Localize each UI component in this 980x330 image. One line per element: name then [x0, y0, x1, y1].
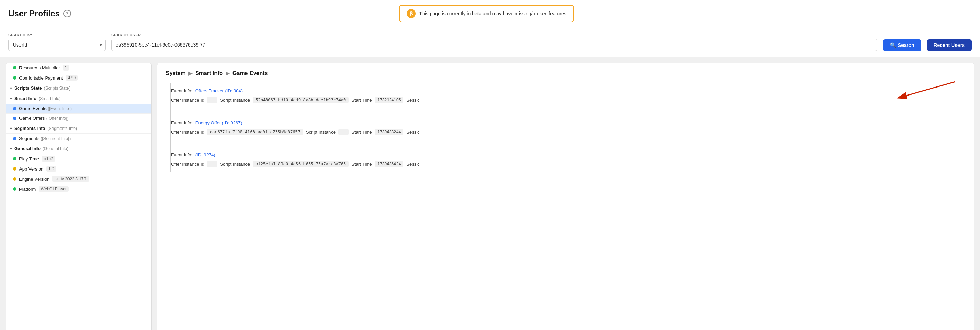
list-item-game-events[interactable]: Game Events ([Event Info]) — [6, 104, 151, 114]
search-button[interactable]: 🔍 Search — [883, 39, 921, 51]
main-content: Resources Multiplier 1 Comfortable Payme… — [0, 57, 980, 330]
script-instance-value: 52b43063-bdf0-4ad9-8a8b-dee1b93c74a0 — [253, 97, 348, 103]
event-block-3: Event Info: (ID: 9274) Offer Instance Id… — [171, 147, 966, 172]
script-instance-label: Script Instance — [220, 162, 250, 167]
offer-instance-id-value — [207, 161, 217, 167]
event-link-2[interactable]: Energy Offer (ID: 9267) — [195, 120, 242, 125]
section-scripts-state[interactable]: ▾ Scripts State (Scripts State) — [6, 83, 151, 94]
script-instance-label: Script Instance — [306, 130, 336, 135]
status-dot-blue — [13, 117, 16, 120]
event-block-2: Event Info: Energy Offer (ID: 9267) Offe… — [171, 115, 966, 140]
beta-message: This page is currently in beta and may h… — [419, 11, 566, 16]
list-item-app-version[interactable]: App Version 1.0 — [6, 164, 151, 174]
chevron-down-icon: ▾ — [10, 126, 12, 131]
start-time-value: 1732124105 — [375, 97, 404, 103]
section-sub-name: (Segments Info) — [48, 126, 77, 131]
help-icon[interactable]: ? — [63, 10, 71, 17]
beta-icon: β — [407, 9, 416, 18]
list-item-platform[interactable]: Platform WebGLPlayer — [6, 184, 151, 194]
list-item-engine-version[interactable]: Engine Version Unity 2022.3.17f1 — [6, 174, 151, 184]
search-user-label: SEARCH USER — [111, 33, 878, 37]
section-main-name: Smart Info — [14, 96, 37, 101]
search-by-select-wrapper: UserId Email Username ▾ — [8, 38, 106, 51]
search-bar: SEARCH BY UserId Email Username ▾ SEARCH… — [0, 27, 980, 57]
section-segments-info[interactable]: ▾ Segments Info (Segments Info) — [6, 123, 151, 134]
section-main-name: Segments Info — [14, 126, 46, 131]
section-smart-info[interactable]: ▾ Smart Info (Smart Info) — [6, 94, 151, 104]
section-sub-name: (Smart Info) — [38, 96, 60, 101]
event-info-row-3: Event Info: (ID: 9274) — [171, 152, 966, 157]
item-value: WebGLPlayer — [38, 186, 68, 192]
start-time-label: Start Time — [352, 162, 372, 167]
item-value: Unity 2022.3.17f1 — [52, 176, 89, 182]
list-item[interactable]: Resources Multiplier 1 — [6, 63, 151, 73]
recent-users-button[interactable]: Recent Users — [927, 39, 972, 51]
search-by-select[interactable]: UserId Email Username — [8, 38, 106, 51]
detail-row-1: Offer Instance Id Script Instance 52b430… — [171, 97, 966, 103]
item-name: Comfortable Payment — [19, 75, 63, 81]
item-name: Platform — [19, 187, 36, 192]
item-name: Play Time — [19, 156, 39, 162]
list-item[interactable]: Comfortable Payment 4.99 — [6, 73, 151, 83]
event-label: Event Info: — [171, 120, 192, 125]
search-button-label: Search — [898, 42, 914, 48]
event-block-1: Event Info: Offers Tracker (ID: 904) Off… — [171, 83, 966, 108]
section-general-info[interactable]: ▾ General Info (General Info) — [6, 143, 151, 154]
search-user-group: SEARCH USER — [111, 33, 878, 51]
status-dot-green — [13, 66, 16, 70]
header-left: User Profiles ? — [8, 9, 71, 18]
detail-row-3: Offer Instance Id Script Instance af25ef… — [171, 161, 966, 167]
chevron-down-icon: ▾ — [10, 96, 12, 101]
breadcrumb-part-1: System — [166, 70, 186, 76]
item-name: Game Events ([Event Info]) — [19, 106, 72, 111]
status-dot-green — [13, 76, 16, 79]
offer-instance-id-label: Offer Instance Id — [171, 98, 204, 103]
events-container: Event Info: Offers Tracker (ID: 904) Off… — [170, 83, 966, 172]
search-by-group: SEARCH BY UserId Email Username ▾ — [8, 33, 106, 51]
event-info-row-1: Event Info: Offers Tracker (ID: 904) — [171, 88, 966, 94]
status-dot-blue — [13, 137, 16, 140]
script-instance-value: af25efa1-89e0-4a56-b655-75a7acc8a765 — [253, 161, 348, 167]
start-time-value: 1739433244 — [375, 129, 404, 135]
item-name: Segments ([Segment Info]) — [19, 136, 70, 141]
offer-instance-id-value — [207, 97, 217, 103]
breadcrumb: System ▶ Smart Info ▶ Game Events — [166, 70, 966, 76]
item-value: 4.99 — [66, 75, 78, 81]
offer-instance-id-label: Offer Instance Id — [171, 162, 204, 167]
search-by-label: SEARCH BY — [8, 33, 106, 37]
event-label: Event Info: — [171, 152, 192, 157]
status-dot-yellow — [13, 177, 16, 181]
status-dot-green — [13, 187, 16, 191]
breadcrumb-separator: ▶ — [226, 70, 230, 76]
search-user-input[interactable] — [111, 38, 878, 51]
left-panel: Resources Multiplier 1 Comfortable Payme… — [6, 62, 151, 330]
start-time-label: Start Time — [352, 98, 372, 103]
session-label: Sessic — [406, 98, 420, 103]
status-dot-yellow — [13, 167, 16, 171]
list-item-segments[interactable]: Segments ([Segment Info]) — [6, 134, 151, 143]
breadcrumb-separator: ▶ — [188, 70, 192, 76]
script-instance-label: Script Instance — [220, 98, 250, 103]
start-time-value: 1739436424 — [375, 161, 404, 167]
item-value: 1.0 — [46, 166, 56, 171]
search-icon: 🔍 — [890, 42, 896, 48]
recent-users-button-label: Recent Users — [934, 42, 965, 48]
detail-row-2: Offer Instance Id eac677fa-7f90-4163-aa0… — [171, 129, 966, 135]
item-name: Resources Multiplier — [19, 65, 60, 70]
session-label: Sessic — [406, 162, 420, 167]
page-title: User Profiles — [8, 9, 60, 18]
item-name: Game Offers ([Offer Info]) — [19, 116, 68, 121]
right-panel: System ▶ Smart Info ▶ Game Events — [157, 62, 974, 330]
chevron-down-icon: ▾ — [10, 146, 12, 151]
session-label: Sessic — [406, 130, 420, 135]
beta-banner: β This page is currently in beta and may… — [399, 5, 574, 22]
script-instance-value — [339, 129, 348, 135]
list-item-play-time[interactable]: Play Time 5152 — [6, 154, 151, 164]
list-item-game-offers[interactable]: Game Offers ([Offer Info]) — [6, 114, 151, 123]
event-info-row-2: Event Info: Energy Offer (ID: 9267) — [171, 120, 966, 125]
event-link-1[interactable]: Offers Tracker (ID: 904) — [195, 88, 243, 94]
section-sub-name: (Scripts State) — [44, 86, 70, 90]
page-header: User Profiles ? β This page is currently… — [0, 0, 980, 27]
item-name: App Version — [19, 167, 43, 171]
event-link-3[interactable]: (ID: 9274) — [195, 152, 215, 157]
